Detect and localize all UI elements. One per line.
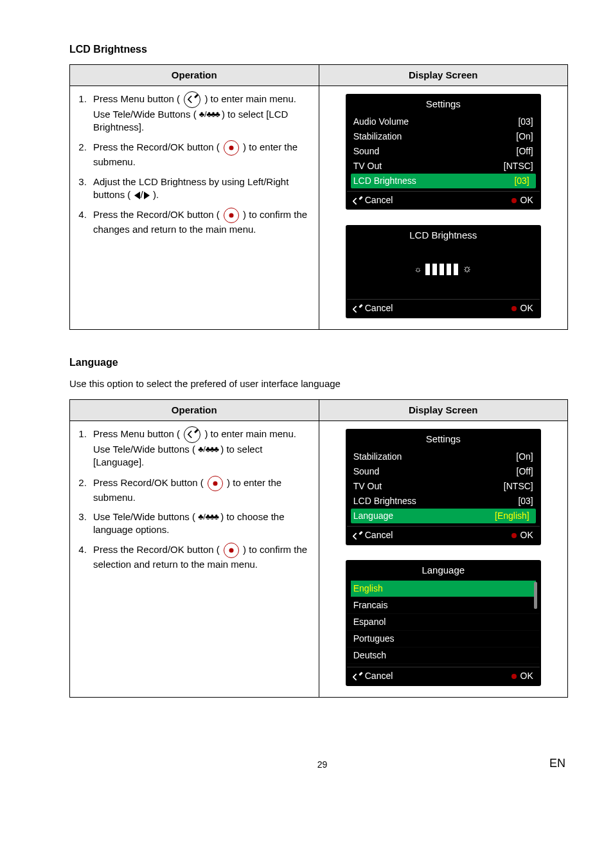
col-display-screen: Display Screen <box>319 64 568 86</box>
menu-items-2: Stabilization[On]Sound[Off]TV Out[NTSC]L… <box>347 449 540 523</box>
menu-items-1: Audio Volume[03]Stabilization[On]Sound[O… <box>347 114 540 188</box>
steps-lcd: Press Menu button ( ) to enter main menu… <box>76 91 312 237</box>
step-1: Press Menu button ( ) to enter main menu… <box>89 91 312 134</box>
menu-button-icon <box>184 426 200 443</box>
menu-item: TV Out[NTSC] <box>347 159 540 174</box>
language-option: English <box>351 581 536 597</box>
sun-small-icon: ☼ <box>414 264 422 275</box>
menu-title: Settings <box>347 95 540 114</box>
menu-title: Settings <box>347 430 540 449</box>
language-intro: Use this option to select the prefered o… <box>69 377 568 390</box>
step-1: Press Menu button ( ) to enter main menu… <box>89 426 312 469</box>
cancel-label: Cancel <box>365 303 393 313</box>
record-ok-icon <box>224 543 239 558</box>
language-option: Portugues <box>347 631 540 647</box>
language-code: EN <box>549 755 565 771</box>
language-option: Francais <box>347 597 540 614</box>
section-title-language: Language <box>69 356 568 370</box>
language-list: EnglishFrancaisEspanolPortuguesDeutsch <box>347 581 540 664</box>
ok-dot-icon <box>511 533 517 538</box>
menu-title: Language <box>347 561 540 581</box>
language-option: Espanol <box>347 614 540 631</box>
cancel-icon <box>353 197 361 204</box>
ok-dot-icon <box>511 674 517 679</box>
record-ok-icon <box>224 140 239 156</box>
record-ok-icon <box>224 208 239 223</box>
language-list-menu: Language EnglishFrancaisEspanolPortugues… <box>346 560 541 686</box>
cancel-label: Cancel <box>365 195 393 205</box>
step-2: Press Record/OK button ( ) to enter the … <box>89 476 312 504</box>
ok-dot-icon <box>511 198 517 203</box>
table-lcd-brightness: Operation Display Screen Press Menu butt… <box>69 64 568 330</box>
ok-label: OK <box>520 303 533 313</box>
menu-item: Stabilization[On] <box>347 129 540 144</box>
menu-item: Sound[Off] <box>347 144 540 159</box>
step-3: Use Tele/Wide buttons ( ♣ / ♣♣♣ ) to cho… <box>89 511 312 537</box>
arrow-left-icon <box>134 192 140 199</box>
lcd-brightness-menu: LCD Brightness ☼ ☼ Cancel OK <box>346 225 541 318</box>
cancel-icon <box>353 305 361 312</box>
steps-language: Press Menu button ( ) to enter main menu… <box>76 426 312 572</box>
menu-item: Sound[Off] <box>347 464 540 479</box>
tele-wide-icon: ♣ / ♣♣♣ <box>199 109 219 120</box>
ok-label: OK <box>520 530 533 540</box>
cancel-icon <box>353 673 361 680</box>
tele-wide-icon: ♣ / ♣♣♣ <box>198 444 218 455</box>
menu-item: TV Out[NTSC] <box>347 479 540 494</box>
ok-label: OK <box>520 671 533 681</box>
menu-item: Audio Volume[03] <box>347 114 540 129</box>
language-option: Deutsch <box>347 647 540 664</box>
step-4: Press the Record/OK button ( ) to confir… <box>89 543 312 571</box>
cancel-icon <box>353 532 361 539</box>
ok-dot-icon <box>511 306 517 311</box>
menu-item: LCD Brightness[03] <box>351 174 536 188</box>
menu-title: LCD Brightness <box>347 226 540 246</box>
menu-item: LCD Brightness[03] <box>347 494 540 509</box>
step-3: Adjust the LCD Brightness by using Left/… <box>89 176 312 202</box>
step-2: Press the Record/OK button ( ) to enter … <box>89 140 312 168</box>
tele-wide-icon: ♣ / ♣♣♣ <box>198 511 218 523</box>
page-number: 29 <box>95 759 549 771</box>
settings-menu-language: Settings Stabilization[On]Sound[Off]TV O… <box>346 429 541 545</box>
table-language: Operation Display Screen Press Menu butt… <box>69 399 568 698</box>
ok-label: OK <box>520 195 533 205</box>
record-ok-icon <box>208 476 223 491</box>
sun-large-icon: ☼ <box>462 262 472 276</box>
settings-menu-lcd: Settings Audio Volume[03]Stabilization[O… <box>346 94 541 210</box>
col-operation: Operation <box>70 64 319 86</box>
cancel-label: Cancel <box>365 671 393 681</box>
col-display-screen: Display Screen <box>319 399 568 420</box>
brightness-slider: ☼ ☼ <box>347 246 540 296</box>
menu-button-icon <box>184 91 200 108</box>
step-4: Press the Record/OK button ( ) to confir… <box>89 208 312 236</box>
section-title-lcd: LCD Brightness <box>69 42 568 57</box>
arrow-right-icon <box>144 192 150 199</box>
menu-item: Stabilization[On] <box>347 449 540 464</box>
menu-item: Language[English] <box>351 509 536 523</box>
col-operation: Operation <box>70 399 319 420</box>
cancel-label: Cancel <box>365 530 393 540</box>
scrollbar-indicator <box>534 582 537 609</box>
